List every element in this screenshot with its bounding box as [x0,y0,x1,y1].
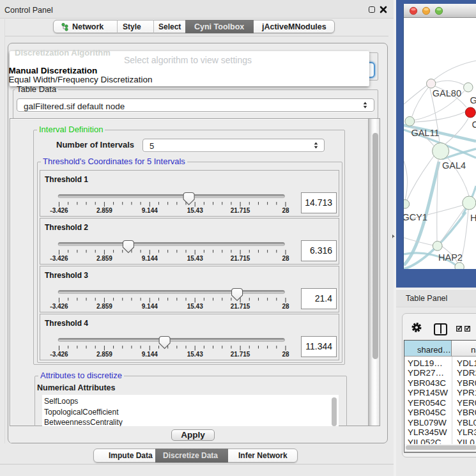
svg-text:HAP2: HAP2 [438,252,463,263]
svg-text:C: C [472,119,476,130]
svg-text:GAL11: GAL11 [411,128,439,138]
svg-text:GAL4: GAL4 [442,160,466,171]
svg-text:GCY1: GCY1 [404,212,427,222]
svg-text:GAL80: GAL80 [433,88,461,98]
svg-text:H: H [470,213,476,223]
svg-text:GA: GA [470,95,476,105]
